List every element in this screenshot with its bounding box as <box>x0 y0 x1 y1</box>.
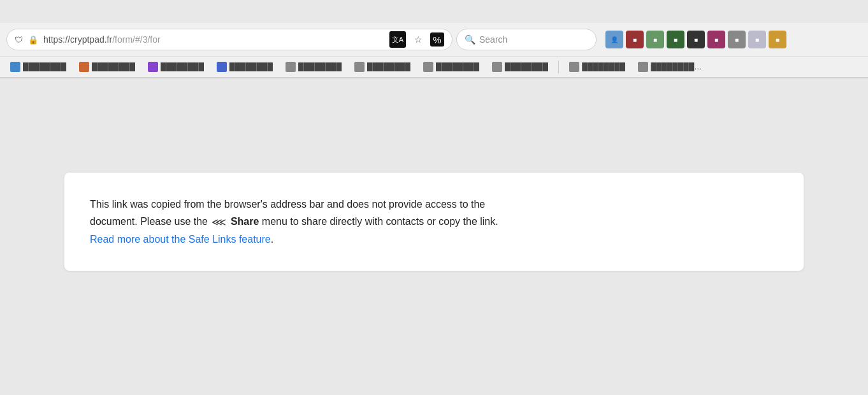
bookmark-separator-1 <box>558 61 559 73</box>
ext-icon-1[interactable]: 👤 <box>605 31 623 48</box>
ext-icon-7[interactable]: ■ <box>728 31 746 48</box>
info-card-text: This link was copied from the browser's … <box>90 196 778 248</box>
extension-icons: 👤 ■ ■ ■ ■ ■ ■ ■ ■ <box>605 31 786 48</box>
bookmarks-bar: ████████ ████████ ████████ ████████ ████… <box>0 56 868 78</box>
bookmark-8[interactable]: ████████ <box>487 60 553 74</box>
info-card: This link was copied from the browser's … <box>64 173 804 271</box>
bookmark-4[interactable]: ████████ <box>212 60 278 74</box>
url-display: https://cryptpad.fr/form/#/3/for <box>43 34 384 45</box>
ext-icon-2[interactable]: ■ <box>626 31 644 48</box>
address-bar-row: 🛡 🔒 https://cryptpad.fr/form/#/3/for 文A … <box>0 23 868 56</box>
bookmark-1[interactable]: ████████ <box>5 60 71 74</box>
search-bar[interactable]: 🔍 Search <box>456 29 597 50</box>
bold-share: Share <box>231 216 259 227</box>
url-path: /form/#/3/for <box>112 34 160 45</box>
address-bar-actions: 文A ☆ % <box>389 31 444 48</box>
link-suffix: . <box>271 234 273 245</box>
search-placeholder: Search <box>479 34 507 45</box>
ext-icon-4[interactable]: ■ <box>667 31 684 48</box>
page-content: This link was copied from the browser's … <box>0 78 868 365</box>
security-icon: 🛡 <box>15 35 23 45</box>
ext-icon-5[interactable]: ■ <box>687 31 705 48</box>
ext-icon-8[interactable]: ■ <box>748 31 766 48</box>
bookmark-10[interactable]: ████████████ <box>633 60 709 74</box>
bookmark-2[interactable]: ████████ <box>74 60 140 74</box>
bookmark-5[interactable]: ████████ <box>280 60 347 74</box>
address-bar[interactable]: 🛡 🔒 https://cryptpad.fr/form/#/3/for 文A … <box>6 29 452 50</box>
ext-icon-6[interactable]: ■ <box>707 31 725 48</box>
bookmark-6[interactable]: ████████ <box>349 60 416 74</box>
bookmark-7[interactable]: ████████ <box>418 60 484 74</box>
browser-chrome: 🛡 🔒 https://cryptpad.fr/form/#/3/for 文A … <box>0 0 868 78</box>
info-line1: This link was copied from the browser's … <box>90 199 485 210</box>
url-base: https://cryptpad.fr <box>43 34 112 45</box>
info-line2: document. Please use the <box>90 216 208 227</box>
ext-icon-3[interactable]: ■ <box>646 31 664 48</box>
bookmark-9[interactable]: ████████ <box>564 60 630 74</box>
star-icon[interactable]: ☆ <box>410 31 426 48</box>
safe-links-link[interactable]: Read more about the Safe Links feature <box>90 234 271 245</box>
translate-icon[interactable]: 文A <box>389 31 406 48</box>
share-icon: ⋘ <box>212 213 226 231</box>
search-icon: 🔍 <box>465 34 475 45</box>
lock-icon: 🔒 <box>28 35 38 45</box>
ext-icon-9[interactable]: ■ <box>769 31 786 48</box>
info-line3: menu to share directly with contacts or … <box>262 216 498 227</box>
percent-icon[interactable]: % <box>430 32 444 47</box>
tab-bar <box>0 0 868 23</box>
bookmark-3[interactable]: ████████ <box>143 60 209 74</box>
